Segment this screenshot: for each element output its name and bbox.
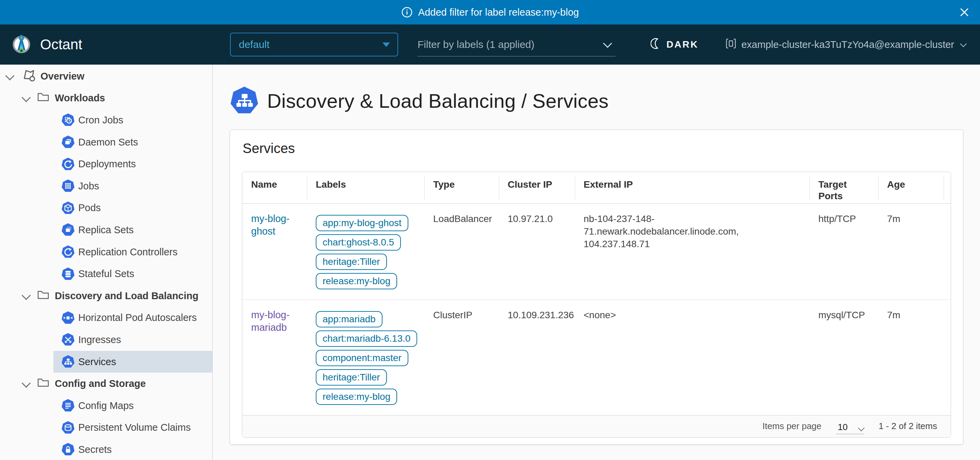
sidebar-item-label: Cron Jobs [78, 114, 123, 126]
sidebar-item-horizontal-pod-autoscalers[interactable]: Horizontal Pod Autoscalers [53, 307, 212, 329]
table-row: my-blog-ghost app:my-blog-ghost chart:gh… [242, 203, 951, 300]
sidebar-item-label: Secrets [78, 444, 111, 455]
sidebar-item-replication-controllers[interactable]: Replication Controllers [53, 241, 212, 263]
caret-down-icon [382, 43, 390, 47]
sidebar-item-pods[interactable]: Pods [53, 197, 212, 219]
replication-controllers-icon [61, 245, 75, 259]
sidebar-group-discovery-and-load-balancing[interactable]: Discovery and Load Balancing [0, 285, 212, 307]
sidebar-item-deployments[interactable]: Deployments [53, 153, 212, 175]
label-pill[interactable]: release:my-blog [316, 273, 397, 289]
column-header-type: Type [424, 172, 499, 203]
sidebar-item-secrets[interactable]: Secrets [53, 439, 212, 460]
folder-icon [37, 377, 49, 390]
pagination-range: 1 - 2 of 2 items [878, 421, 937, 431]
table-header-row: Name Labels Type Cluster IP External IP … [242, 172, 951, 203]
notification-bar: Added filter for label release:my-blog [0, 0, 980, 24]
sidebar-item-label: Daemon Sets [78, 137, 138, 148]
target-ports: mysql/TCP [810, 300, 878, 415]
sidebar-item-label: Jobs [78, 181, 99, 192]
items-per-page-select[interactable]: 10 [836, 418, 864, 434]
folder-icon [37, 92, 49, 105]
chevron-down-icon [960, 40, 967, 47]
column-header-labels: Labels [307, 172, 424, 203]
chevron-down-icon[interactable] [5, 71, 14, 80]
cluster-ip: 10.97.21.0 [499, 203, 575, 300]
sidebar-group-config-and-storage[interactable]: Config and Storage [0, 373, 212, 395]
sidebar-item-stateful-sets[interactable]: Stateful Sets [53, 263, 212, 285]
deployments-icon [61, 157, 75, 171]
label-pill[interactable]: heritage:Tiller [316, 369, 387, 385]
sidebar-item-ingresses[interactable]: Ingresses [53, 329, 212, 351]
cluster-dropdown[interactable]: example-cluster-ka3TuTzYo4a@example-clus… [725, 38, 965, 52]
daemon-sets-icon [61, 135, 75, 149]
label-pill[interactable]: chart:mariadb-6.13.0 [316, 330, 417, 347]
sidebar-item-replica-sets[interactable]: Replica Sets [53, 219, 212, 241]
sidebar-item-cron-jobs[interactable]: Cron Jobs [53, 109, 212, 131]
label-pill[interactable]: app:mariadb [316, 311, 382, 327]
chevron-down-icon[interactable] [21, 291, 30, 300]
sidebar-item-label: Replication Controllers [78, 246, 178, 258]
app-header: Octant default Filter by labels (1 appli… [0, 24, 980, 65]
sidebar-item-daemon-sets[interactable]: Daemon Sets [53, 131, 212, 153]
column-header-cluster-ip: Cluster IP [499, 172, 575, 203]
persistent-volume-claims-icon [61, 421, 75, 435]
objects-icon [21, 68, 37, 85]
cluster-ip: 10.109.231.236 [499, 300, 575, 415]
service-name-link[interactable]: my-blog-ghost [251, 213, 290, 236]
table-row: my-blog-mariadb app:mariadb chart:mariad… [242, 300, 951, 415]
label-filter-text: Filter by labels (1 applied) [417, 39, 535, 50]
sidebar-item-label: Horizontal Pod Autoscalers [78, 312, 197, 323]
label-pill[interactable]: heritage:Tiller [316, 254, 387, 270]
label-pill[interactable]: component:master [316, 350, 408, 366]
close-icon[interactable] [959, 7, 970, 18]
namespace-value: default [239, 39, 269, 50]
secrets-icon [61, 443, 75, 456]
sidebar-item-label: Discovery and Load Balancing [55, 290, 198, 301]
namespace-dropdown[interactable]: default [230, 33, 398, 56]
column-header-age: Age [878, 172, 943, 203]
column-header-name: Name [242, 172, 307, 203]
card-title: Services [243, 141, 951, 156]
service-type: LoadBalancer [424, 203, 499, 300]
target-ports: http/TCP [810, 203, 878, 300]
services-table: Name Labels Type Cluster IP External IP … [242, 172, 951, 438]
chevron-down-icon[interactable] [21, 93, 30, 102]
dark-toggle-label: DARK [666, 39, 698, 50]
table-footer: Items per page 10 1 - 2 of 2 items [242, 415, 951, 437]
folder-icon [37, 289, 49, 303]
age: 7m [878, 203, 943, 300]
sidebar-item-jobs[interactable]: Jobs [53, 175, 212, 197]
cluster-name: example-cluster-ka3TuTzYo4a@example-clus… [741, 39, 954, 50]
sidebar-item-label: Workloads [55, 92, 105, 104]
chevron-down-icon[interactable] [21, 379, 30, 388]
sidebar-item-label: Pods [78, 202, 101, 214]
sidebar-item-services[interactable]: Services [53, 351, 212, 373]
chevron-down-icon [858, 425, 865, 431]
label-filter-dropdown[interactable]: Filter by labels (1 applied) [417, 33, 616, 56]
sidebar-group-workloads[interactable]: Workloads [0, 87, 212, 109]
label-pill[interactable]: chart:ghost-8.0.5 [316, 234, 401, 251]
dark-theme-toggle[interactable]: DARK [651, 38, 698, 51]
sidebar-item-overview[interactable]: Overview [0, 65, 212, 87]
column-header-spacer [943, 172, 951, 203]
replica-sets-icon [61, 223, 75, 236]
label-pill[interactable]: release:my-blog [316, 389, 397, 405]
sidebar-nav: Overview Workloads Cron Jobs Daemon Sets… [0, 65, 213, 460]
sidebar-item-persistent-volume-claims[interactable]: Persistent Volume Claims [53, 417, 212, 439]
moon-icon [651, 38, 662, 51]
sidebar-item-label: Stateful Sets [78, 268, 134, 279]
brand: Octant [11, 34, 82, 55]
horizontal-pod-autoscalers-icon [61, 311, 75, 325]
external-ip: nb-104-237-148-71.newark.nodebalancer.li… [575, 203, 810, 300]
app-name: Octant [40, 36, 82, 53]
sidebar-item-label: Ingresses [78, 334, 121, 346]
sidebar-item-config-maps[interactable]: Config Maps [53, 395, 212, 417]
services-card: Services Name Labels Type Cluster IP Ext… [230, 130, 963, 445]
items-per-page-label: Items per page [762, 421, 821, 431]
label-pill[interactable]: app:my-blog-ghost [316, 215, 408, 231]
column-header-external-ip: External IP [575, 172, 810, 203]
stateful-sets-icon [61, 267, 75, 281]
service-name-link[interactable]: my-blog-mariadb [251, 309, 290, 333]
config-maps-icon [61, 399, 75, 412]
items-per-page-value: 10 [838, 422, 848, 433]
